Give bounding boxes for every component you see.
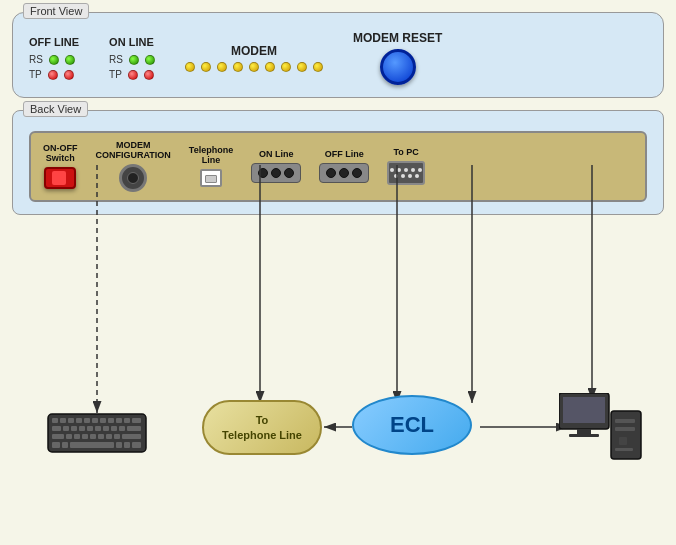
- svg-rect-36: [98, 434, 104, 439]
- svg-rect-15: [92, 418, 98, 423]
- svg-rect-52: [615, 427, 635, 431]
- online-title: ON LINE: [109, 36, 155, 48]
- svg-rect-21: [52, 426, 61, 431]
- modem-reset-button[interactable]: [380, 49, 416, 85]
- offline-rs-row: RS: [29, 54, 79, 65]
- modem-reset-title: MODEM RESET: [353, 31, 442, 45]
- svg-rect-38: [114, 434, 120, 439]
- tel-line-box: To Telephone Line: [202, 400, 322, 455]
- svg-rect-31: [52, 434, 64, 439]
- front-row: OFF LINE RS TP ON LINE RS: [29, 23, 647, 85]
- offline-tp-label: TP: [29, 69, 42, 80]
- svg-rect-50: [611, 411, 641, 459]
- svg-rect-22: [63, 426, 69, 431]
- svg-rect-18: [116, 418, 122, 423]
- online-rs-row: RS: [109, 54, 155, 65]
- svg-rect-10: [52, 418, 58, 423]
- modem-led-7: [281, 62, 291, 72]
- modem-led-9: [313, 62, 323, 72]
- offline-tp-led2: [64, 70, 74, 80]
- offline-tp-led1: [48, 70, 58, 80]
- svg-rect-40: [52, 442, 60, 448]
- svg-rect-49: [569, 434, 599, 437]
- svg-rect-26: [95, 426, 101, 431]
- svg-rect-17: [108, 418, 114, 423]
- ecl-label: ECL: [390, 412, 434, 438]
- svg-rect-47: [563, 397, 605, 423]
- online-tp-led1: [128, 70, 138, 80]
- offline-group: OFF LINE RS TP: [29, 36, 79, 80]
- svg-rect-51: [615, 419, 635, 423]
- svg-rect-19: [124, 418, 130, 423]
- svg-rect-45: [132, 442, 141, 448]
- svg-rect-54: [615, 448, 633, 451]
- svg-rect-29: [119, 426, 125, 431]
- tel-line-to: To: [256, 413, 269, 427]
- svg-rect-32: [66, 434, 72, 439]
- online-rs-led1: [129, 55, 139, 65]
- svg-rect-33: [74, 434, 80, 439]
- computer-icon: [559, 393, 644, 477]
- modem-led-5: [249, 62, 259, 72]
- svg-rect-44: [124, 442, 130, 448]
- keyboard-icon: [47, 413, 147, 459]
- back-view-label: Back View: [23, 101, 88, 117]
- online-group: ON LINE RS TP: [109, 36, 155, 80]
- modem-led-1: [185, 62, 195, 72]
- svg-rect-53: [619, 437, 627, 445]
- modem-led-6: [265, 62, 275, 72]
- offline-tp-row: TP: [29, 69, 79, 80]
- offline-rs-led2: [65, 55, 75, 65]
- svg-rect-16: [100, 418, 106, 423]
- tel-line-text: Telephone Line: [222, 428, 302, 442]
- svg-rect-12: [68, 418, 74, 423]
- modem-reset-group: MODEM RESET: [353, 31, 442, 85]
- front-view-label: Front View: [23, 3, 89, 19]
- svg-rect-28: [111, 426, 117, 431]
- front-view-box: Front View OFF LINE RS TP ON LINE: [12, 12, 664, 98]
- ecl-box: ECL: [352, 395, 472, 455]
- svg-rect-48: [577, 429, 591, 434]
- diagram-area: ECL To Telephone Line: [12, 155, 664, 525]
- svg-rect-34: [82, 434, 88, 439]
- modem-led-2: [201, 62, 211, 72]
- svg-rect-39: [122, 434, 141, 439]
- svg-rect-11: [60, 418, 66, 423]
- keyboard-svg: [47, 413, 147, 455]
- online-tp-label: TP: [109, 69, 122, 80]
- svg-rect-27: [103, 426, 109, 431]
- computer-svg: [559, 393, 644, 473]
- offline-rs-led1: [49, 55, 59, 65]
- svg-rect-13: [76, 418, 82, 423]
- svg-rect-20: [132, 418, 141, 423]
- svg-rect-25: [87, 426, 93, 431]
- offline-rs-label: RS: [29, 54, 43, 65]
- svg-rect-23: [71, 426, 77, 431]
- modem-led-8: [297, 62, 307, 72]
- online-tp-led2: [144, 70, 154, 80]
- svg-rect-43: [116, 442, 122, 448]
- svg-rect-41: [62, 442, 68, 448]
- modem-led-4: [233, 62, 243, 72]
- svg-rect-35: [90, 434, 96, 439]
- online-rs-led2: [145, 55, 155, 65]
- online-rs-label: RS: [109, 54, 123, 65]
- online-tp-row: TP: [109, 69, 155, 80]
- svg-rect-24: [79, 426, 85, 431]
- svg-rect-14: [84, 418, 90, 423]
- svg-rect-42: [70, 442, 114, 448]
- modem-lights: MODEM: [185, 44, 323, 72]
- svg-rect-37: [106, 434, 112, 439]
- modem-title: MODEM: [231, 44, 277, 58]
- offline-title: OFF LINE: [29, 36, 79, 48]
- modem-led-3: [217, 62, 227, 72]
- svg-rect-30: [127, 426, 141, 431]
- modem-leds-row: [185, 62, 323, 72]
